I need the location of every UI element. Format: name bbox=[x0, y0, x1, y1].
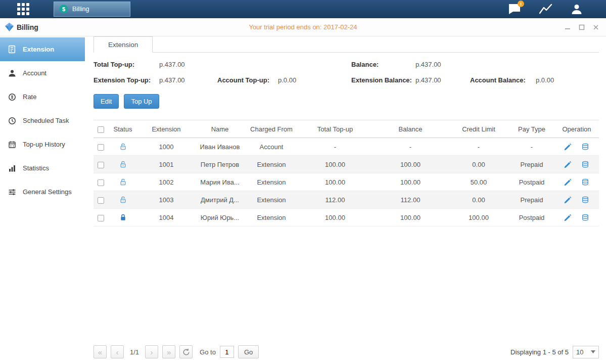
app-launcher-grid-icon[interactable] bbox=[16, 2, 30, 16]
reports-button[interactable] bbox=[539, 3, 552, 15]
extension-table-body: 1000 Иван Иванов Account - - - - 1001 Пе… bbox=[94, 138, 599, 226]
sidebar-item-general-settings[interactable]: General Settings bbox=[0, 180, 85, 204]
tab-extension[interactable]: Extension bbox=[94, 36, 153, 53]
balance-label: Balance: bbox=[351, 61, 379, 68]
cell-total-topup: 100.00 bbox=[298, 209, 372, 226]
sidebar-item-scheduled-task[interactable]: Scheduled Task bbox=[0, 109, 85, 132]
cell-balance: 100.00 bbox=[372, 209, 448, 226]
next-page-button[interactable]: › bbox=[145, 345, 158, 358]
pagination-bar: « ‹ 1/1 › » Go to Go Displaying 1 - 5 of… bbox=[94, 345, 599, 359]
cell-name: Петр Петров bbox=[195, 156, 245, 173]
cell-total-topup: 100.00 bbox=[298, 173, 372, 191]
extension-table: Status Extension Name Charged From Total… bbox=[94, 120, 599, 226]
table-row: 1002 Мария Ива... Extension 100.00 100.0… bbox=[94, 173, 599, 191]
topup-row-icon[interactable] bbox=[581, 196, 589, 204]
notifications-button[interactable]: ! bbox=[508, 4, 521, 15]
minimize-icon[interactable] bbox=[564, 23, 572, 31]
window-controls bbox=[564, 23, 600, 31]
cell-extension: 1002 bbox=[138, 173, 195, 191]
page-size-select[interactable]: 10 bbox=[573, 346, 599, 358]
sidebar-item-topup-history[interactable]: Top-up History bbox=[0, 132, 85, 156]
balance-value: p.437.00 bbox=[415, 61, 441, 68]
line-chart-icon bbox=[539, 3, 552, 15]
cell-total-topup: - bbox=[298, 138, 372, 156]
goto-page-input[interactable] bbox=[220, 346, 234, 358]
sidebar-item-rate[interactable]: Rate bbox=[0, 85, 85, 109]
sidebar-item-statistics[interactable]: Statistics bbox=[0, 156, 85, 180]
cell-credit-limit: 0.00 bbox=[448, 191, 509, 209]
ledger-icon bbox=[8, 45, 16, 54]
table-row: 1003 Дмитрий Д... Extension 112.00 112.0… bbox=[94, 191, 599, 209]
prev-page-button[interactable]: ‹ bbox=[111, 345, 124, 358]
edit-button[interactable]: Edit bbox=[94, 94, 119, 109]
edit-row-icon[interactable] bbox=[564, 178, 572, 186]
cell-name: Юрий Юрь... bbox=[195, 209, 245, 226]
cell-extension: 1000 bbox=[138, 138, 195, 156]
status-lock-icon bbox=[119, 160, 127, 168]
cell-credit-limit: - bbox=[448, 138, 509, 156]
account-balance-label: Account Balance: bbox=[470, 76, 526, 84]
edit-row-icon[interactable] bbox=[564, 161, 572, 168]
cell-extension: 1004 bbox=[138, 209, 195, 226]
top-navigation-bar: $ Billing ! bbox=[0, 0, 606, 18]
sidebar-item-label: General Settings bbox=[23, 188, 72, 196]
col-operation: Operation bbox=[554, 120, 599, 138]
main-content: Extension Total Top-up: p.437.00 Balance… bbox=[85, 36, 606, 364]
select-all-checkbox[interactable] bbox=[98, 126, 104, 133]
row-checkbox[interactable] bbox=[98, 162, 104, 168]
account-topup-label: Account Top-up: bbox=[217, 76, 269, 84]
account-balance-value: p.0.00 bbox=[536, 76, 554, 84]
col-extension: Extension bbox=[138, 120, 195, 138]
sidebar-item-extension[interactable]: Extension bbox=[0, 37, 85, 61]
goto-label: Go to bbox=[200, 348, 216, 356]
edit-row-icon[interactable] bbox=[564, 214, 572, 221]
edit-row-icon[interactable] bbox=[564, 143, 572, 151]
row-checkbox[interactable] bbox=[98, 179, 104, 186]
billing-app-window: $ Billing ! Billing Your trial period en… bbox=[0, 0, 606, 364]
page-indicator: 1/1 bbox=[130, 348, 139, 356]
cell-charged-from: Extension bbox=[245, 156, 298, 173]
go-button[interactable]: Go bbox=[238, 345, 259, 358]
sidebar-item-account[interactable]: Account bbox=[0, 61, 85, 85]
clock-icon bbox=[8, 117, 16, 125]
billing-tab-label: Billing bbox=[72, 6, 89, 13]
edit-row-icon[interactable] bbox=[564, 196, 572, 204]
topup-row-icon[interactable] bbox=[581, 214, 589, 221]
cell-credit-limit: 100.00 bbox=[448, 209, 509, 226]
total-topup-label: Total Top-up: bbox=[94, 61, 134, 68]
sidebar: Extension Account Rate Scheduled Task To… bbox=[0, 36, 85, 364]
maximize-icon[interactable] bbox=[578, 23, 586, 31]
topup-row-icon[interactable] bbox=[581, 161, 589, 168]
extension-topup-label: Extension Top-up: bbox=[94, 76, 151, 84]
chevron-down-icon bbox=[591, 350, 595, 353]
table-row: 1001 Петр Петров Extension 100.00 100.00… bbox=[94, 156, 599, 173]
topup-row-icon[interactable] bbox=[581, 143, 589, 151]
col-charged-from: Charged From bbox=[245, 120, 298, 138]
col-credit-limit: Credit Limit bbox=[448, 120, 509, 138]
account-topup-value: p.0.00 bbox=[278, 76, 296, 84]
topup-row-icon[interactable] bbox=[581, 178, 589, 186]
row-checkbox[interactable] bbox=[98, 144, 104, 151]
col-name: Name bbox=[195, 120, 245, 138]
cell-name: Иван Иванов bbox=[195, 138, 245, 156]
cell-extension: 1003 bbox=[138, 191, 195, 209]
row-checkbox[interactable] bbox=[98, 197, 104, 204]
top-up-button[interactable]: Top Up bbox=[124, 94, 159, 109]
sidebar-item-label: Statistics bbox=[23, 164, 49, 172]
dollar-badge-icon: $ bbox=[59, 5, 68, 14]
status-lock-icon bbox=[119, 213, 127, 221]
user-account-button[interactable] bbox=[571, 3, 583, 15]
cell-charged-from: Extension bbox=[245, 173, 298, 191]
billing-summary: Total Top-up: p.437.00 Balance: p.437.00… bbox=[94, 53, 599, 88]
calendar-icon bbox=[8, 141, 16, 149]
sliders-icon bbox=[8, 188, 16, 196]
last-page-button[interactable]: » bbox=[162, 345, 175, 358]
billing-app-tab[interactable]: $ Billing bbox=[54, 2, 130, 17]
row-checkbox[interactable] bbox=[98, 215, 104, 221]
cell-credit-limit: 50.00 bbox=[448, 173, 509, 191]
first-page-button[interactable]: « bbox=[94, 345, 107, 358]
close-icon[interactable] bbox=[592, 23, 600, 31]
cell-total-topup: 100.00 bbox=[298, 156, 372, 173]
extension-balance-label: Extension Balance: bbox=[351, 76, 412, 84]
refresh-button[interactable] bbox=[179, 345, 193, 358]
